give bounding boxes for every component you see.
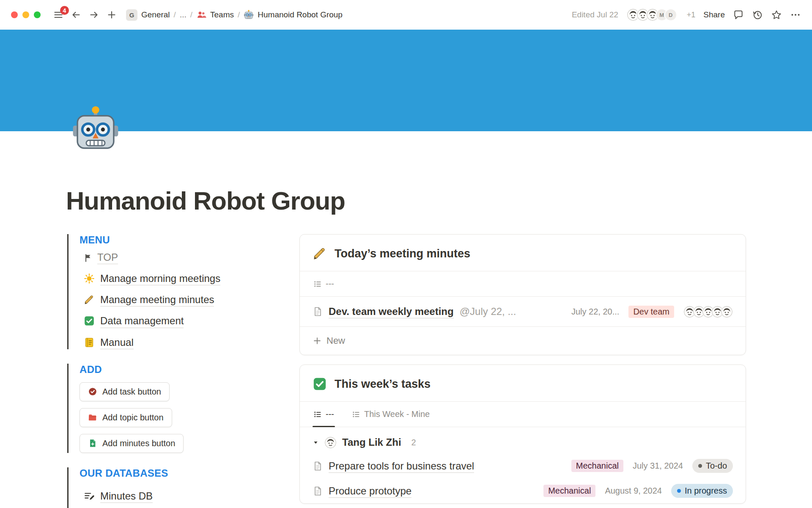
arrow-left-icon [71, 10, 81, 20]
arrow-right-icon [89, 10, 99, 20]
avatar-initial: D [665, 9, 676, 20]
task-row[interactable]: Prepare tools for business travel Mechan… [300, 453, 746, 478]
menu-item-label: Manual [100, 336, 134, 349]
weekly-tasks-card-title[interactable]: This week’s tasks [335, 378, 431, 391]
category-tag: Mechanical [571, 460, 623, 472]
minutes-view-tab[interactable]: --- [313, 271, 335, 296]
team-tag: Dev team [628, 306, 674, 318]
breadcrumb-general[interactable]: General [141, 10, 170, 19]
sidebar-toggle-button[interactable]: 4 [51, 7, 66, 22]
new-tab-button[interactable] [104, 7, 119, 22]
menu-item-manage-meeting-minutes[interactable]: Manage meeting minutes [80, 293, 272, 306]
minutes-db-link[interactable]: Minutes DB [80, 489, 272, 503]
minutes-db-label: Minutes DB [100, 489, 153, 503]
list-view-icon [313, 410, 322, 419]
task-row-properties: Mechanical July 31, 2024 To-do [571, 459, 733, 473]
breadcrumb-current-page[interactable]: Humanoid Robot Group [258, 10, 343, 19]
meeting-row-properties: July 22, 20... Dev team [571, 306, 733, 318]
tasks-view-tab-this-week-mine[interactable]: This Week - Mine [351, 402, 431, 427]
page-doc-icon [313, 486, 323, 496]
writing-hand-icon [84, 294, 95, 305]
weekly-tasks-card-header: This week’s tasks [300, 365, 746, 401]
menu-top-link[interactable]: TOP [80, 251, 272, 264]
add-task-button[interactable]: Add task button [80, 382, 170, 401]
status-badge: To-do [692, 459, 733, 473]
tasks-view-tab-label: This Week - Mine [364, 409, 430, 419]
forward-button[interactable] [86, 7, 102, 22]
page-icon-robot[interactable] [71, 105, 120, 154]
robot-icon [71, 105, 120, 154]
meeting-row[interactable]: Dev. team weekly meeting @July 22, ... J… [300, 297, 746, 326]
face-avatar-icon [721, 306, 732, 318]
collapse-triangle-icon[interactable] [313, 439, 319, 446]
last-edited-label: Edited Jul 22 [572, 10, 618, 19]
status-badge: In progress [671, 484, 733, 498]
meeting-date: July 22, 20... [571, 307, 619, 317]
meeting-attendee-avatars [683, 306, 733, 318]
databases-section: OUR DATABASES Minutes DB [67, 467, 272, 508]
task-title[interactable]: Prepare tools for business travel [329, 459, 474, 473]
sun-icon [84, 273, 95, 284]
notification-badge: 4 [60, 6, 69, 15]
breadcrumb: G General / ... / Teams / Humanoid Robot… [126, 9, 343, 21]
breadcrumb-ellipsis[interactable]: ... [180, 10, 187, 19]
add-minutes-button-label: Add minutes button [102, 439, 175, 448]
page-doc-icon [313, 306, 323, 317]
menu-item-manual[interactable]: Manual [80, 336, 272, 349]
menu-heading: MENU [80, 234, 272, 246]
share-button[interactable]: Share [703, 10, 725, 19]
page-title: Humanoid Robot Group [66, 186, 812, 215]
breadcrumb-separator: / [190, 10, 192, 19]
page-doc-icon [313, 461, 323, 471]
favorite-star-icon[interactable] [771, 9, 782, 20]
category-tag: Mechanical [543, 485, 595, 497]
tasks-view-tab-default[interactable]: --- [313, 402, 335, 427]
meeting-title[interactable]: Dev. team weekly meeting [329, 305, 454, 318]
tasks-view-tab-label: --- [326, 409, 334, 419]
plus-icon [313, 336, 322, 345]
add-minutes-button[interactable]: Add minutes button [80, 434, 184, 453]
minutes-view-tab-label: --- [326, 279, 334, 289]
ledger-icon [84, 337, 95, 348]
status-label: In progress [685, 486, 727, 496]
breadcrumb-teams[interactable]: Teams [210, 10, 234, 19]
list-view-icon [313, 280, 322, 288]
new-meeting-button[interactable]: New [300, 326, 746, 355]
list-pencil-icon [84, 491, 95, 502]
minutes-db-block: Minutes DB [80, 479, 272, 508]
meeting-minutes-card: Today’s meeting minutes --- Dev. team we… [299, 234, 746, 355]
task-due-date: July 31, 2024 [633, 461, 683, 471]
back-button[interactable] [69, 7, 84, 22]
assignee-name[interactable]: Tang Lik Zhi [342, 436, 401, 448]
zoom-window-button[interactable] [34, 11, 41, 18]
add-heading: ADD [80, 364, 272, 375]
avatar [721, 306, 733, 318]
task-row-properties: Mechanical August 9, 2024 In progress [543, 484, 733, 498]
more-options-icon[interactable] [790, 9, 801, 20]
avatar[interactable]: D [664, 8, 677, 21]
add-topic-button[interactable]: Add topic button [80, 408, 172, 427]
green-check-icon [313, 377, 327, 391]
task-row[interactable]: Produce prototype Mechanical August 9, 2… [300, 478, 746, 503]
weekly-tasks-card: This week’s tasks --- This Week - Mine [299, 364, 746, 504]
status-dot [677, 489, 681, 493]
close-window-button[interactable] [11, 11, 18, 18]
flag-icon [84, 253, 93, 262]
meeting-minutes-card-title[interactable]: Today’s meeting minutes [335, 247, 470, 260]
task-title[interactable]: Produce prototype [329, 484, 411, 498]
history-icon[interactable] [752, 9, 763, 20]
minutes-view-tabs: --- [300, 271, 746, 297]
menu-item-manage-morning-meetings[interactable]: Manage morning meetings [80, 272, 272, 285]
menu-section: MENU TOP Manage morning meetings Manage … [67, 234, 272, 349]
meeting-date-mention: @July 22, ... [460, 306, 516, 318]
overflow-members-count[interactable]: +1 [687, 11, 696, 19]
teams-people-icon [196, 10, 206, 20]
breadcrumb-separator: / [174, 10, 176, 19]
menu-item-data-management[interactable]: Data management [80, 314, 272, 328]
workspace-icon[interactable]: G [126, 9, 137, 21]
menu-item-label: Data management [100, 314, 184, 328]
comments-icon[interactable] [733, 9, 744, 20]
assignee-group-row: Tang Lik Zhi 2 [300, 427, 746, 453]
minimize-window-button[interactable] [22, 11, 29, 18]
meeting-minutes-card-header: Today’s meeting minutes [300, 235, 746, 271]
